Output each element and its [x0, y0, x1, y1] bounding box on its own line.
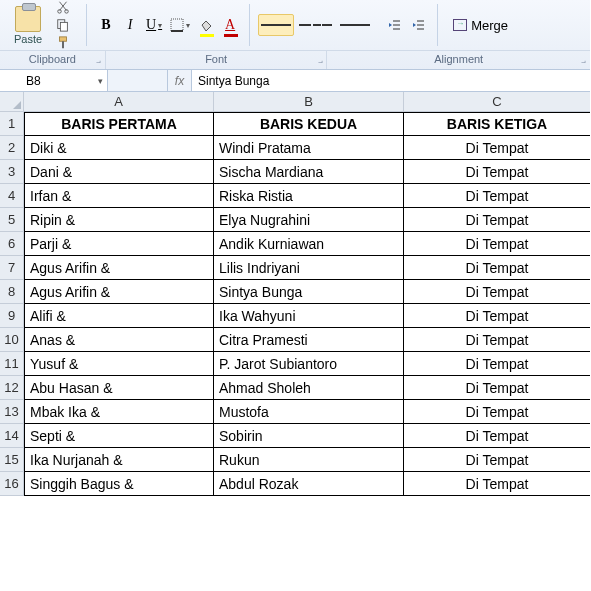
bold-button[interactable]: B [95, 14, 117, 36]
border-icon [170, 18, 184, 32]
row-header[interactable]: 10 [0, 328, 24, 352]
cell[interactable]: Di Tempat [404, 472, 591, 496]
row-header[interactable]: 13 [0, 400, 24, 424]
cell[interactable]: Abdul Rozak [214, 472, 404, 496]
select-all-corner[interactable] [0, 92, 24, 112]
col-header-a[interactable]: A [24, 92, 214, 112]
row-header[interactable]: 2 [0, 136, 24, 160]
cell[interactable]: Di Tempat [404, 256, 591, 280]
cell[interactable]: Di Tempat [404, 208, 591, 232]
cut-button[interactable] [54, 0, 72, 15]
row-header[interactable]: 1 [0, 112, 24, 136]
cell[interactable]: Mbak Ika & [24, 400, 214, 424]
cell[interactable]: Diki & [24, 136, 214, 160]
cell[interactable]: Lilis Indriyani [214, 256, 404, 280]
header-cell[interactable]: BARIS KEDUA [214, 112, 404, 136]
cell[interactable]: Septi & [24, 424, 214, 448]
cell[interactable]: Sischa Mardiana [214, 160, 404, 184]
row-header[interactable]: 16 [0, 472, 24, 496]
cell[interactable]: Rukun [214, 448, 404, 472]
cell[interactable]: Citra Pramesti [214, 328, 404, 352]
align-top-center-button[interactable] [296, 14, 335, 36]
cell[interactable]: Ika Wahyuni [214, 304, 404, 328]
cell[interactable]: Di Tempat [404, 376, 591, 400]
cell[interactable]: Elya Nugrahini [214, 208, 404, 232]
cell[interactable]: Di Tempat [404, 280, 591, 304]
row-header[interactable]: 8 [0, 280, 24, 304]
row-header[interactable]: 5 [0, 208, 24, 232]
svg-rect-5 [62, 41, 64, 48]
row-header[interactable]: 7 [0, 256, 24, 280]
name-box[interactable]: B8 [0, 70, 108, 91]
merge-label: Merge [471, 18, 508, 33]
italic-button[interactable]: I [119, 14, 141, 36]
row-header[interactable]: 9 [0, 304, 24, 328]
cell[interactable]: Abu Hasan & [24, 376, 214, 400]
cell[interactable]: Di Tempat [404, 400, 591, 424]
row-header[interactable]: 4 [0, 184, 24, 208]
cell[interactable]: Ahmad Sholeh [214, 376, 404, 400]
cell[interactable]: Agus Arifin & [24, 256, 214, 280]
col-header-b[interactable]: B [214, 92, 404, 112]
decrease-indent-button[interactable] [383, 14, 405, 36]
cell[interactable]: Dani & [24, 160, 214, 184]
cell[interactable]: Anas & [24, 328, 214, 352]
scissors-icon [56, 0, 70, 14]
cell[interactable]: Yusuf & [24, 352, 214, 376]
col-header-c[interactable]: C [404, 92, 591, 112]
paste-button[interactable]: Paste [6, 6, 50, 45]
merge-button[interactable]: Merge [446, 14, 515, 36]
group-font: Font [106, 51, 328, 69]
cell[interactable]: Irfan & [24, 184, 214, 208]
cell[interactable]: Di Tempat [404, 328, 591, 352]
cell[interactable]: Di Tempat [404, 160, 591, 184]
fill-color-button[interactable] [195, 14, 217, 36]
fx-button[interactable]: fx [168, 70, 192, 91]
bucket-icon [199, 18, 213, 32]
svg-rect-4 [60, 37, 67, 41]
format-painter-button[interactable] [54, 35, 72, 51]
cell[interactable]: Di Tempat [404, 424, 591, 448]
font-color-button[interactable]: A [219, 14, 241, 36]
align-top-right-button[interactable] [337, 14, 373, 36]
underline-button[interactable]: U [143, 14, 165, 36]
name-box-value: B8 [26, 74, 41, 88]
copy-button[interactable] [54, 17, 72, 33]
row-header[interactable]: 3 [0, 160, 24, 184]
align-top-left-button[interactable] [258, 14, 294, 36]
row-header[interactable]: 12 [0, 376, 24, 400]
cell[interactable]: Ika Nurjanah & [24, 448, 214, 472]
group-alignment: Alignment [327, 51, 590, 69]
increase-indent-button[interactable] [407, 14, 429, 36]
cell[interactable]: Di Tempat [404, 136, 591, 160]
cell[interactable]: Agus Arifin & [24, 280, 214, 304]
row-header[interactable]: 11 [0, 352, 24, 376]
fx-spacer [108, 70, 168, 91]
cell[interactable]: Riska Ristia [214, 184, 404, 208]
row-header[interactable]: 14 [0, 424, 24, 448]
cell[interactable]: Sintya Bunga [214, 280, 404, 304]
cell[interactable]: P. Jarot Subiantoro [214, 352, 404, 376]
indent-left-icon [387, 18, 401, 32]
cell[interactable]: Sobirin [214, 424, 404, 448]
row-header[interactable]: 6 [0, 232, 24, 256]
cell[interactable]: Di Tempat [404, 352, 591, 376]
cell[interactable]: Andik Kurniawan [214, 232, 404, 256]
spreadsheet-grid: A B C 1 BARIS PERTAMA BARIS KEDUA BARIS … [0, 92, 590, 496]
header-cell[interactable]: BARIS PERTAMA [24, 112, 214, 136]
cell[interactable]: Di Tempat [404, 448, 591, 472]
formula-input[interactable]: Sintya Bunga [192, 70, 590, 91]
borders-button[interactable] [167, 14, 193, 36]
row-header[interactable]: 15 [0, 448, 24, 472]
cell[interactable]: Singgih Bagus & [24, 472, 214, 496]
header-cell[interactable]: BARIS KETIGA [404, 112, 591, 136]
cell[interactable]: Parji & [24, 232, 214, 256]
formula-value: Sintya Bunga [198, 74, 269, 88]
cell[interactable]: Di Tempat [404, 184, 591, 208]
cell[interactable]: Windi Pratama [214, 136, 404, 160]
cell[interactable]: Mustofa [214, 400, 404, 424]
cell[interactable]: Alifi & [24, 304, 214, 328]
cell[interactable]: Di Tempat [404, 304, 591, 328]
cell[interactable]: Ripin & [24, 208, 214, 232]
cell[interactable]: Di Tempat [404, 232, 591, 256]
